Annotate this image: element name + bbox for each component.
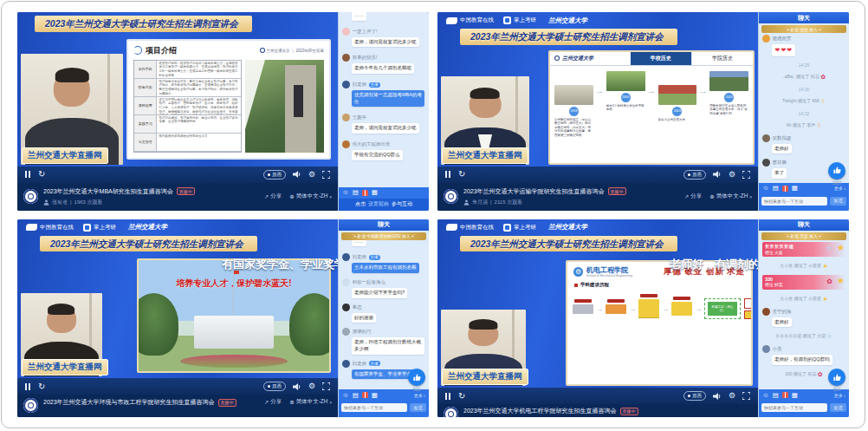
emoji-icon[interactable]: ☺ bbox=[762, 392, 769, 399]
username: 刘老师 bbox=[353, 82, 367, 88]
settings-gear-icon[interactable]: ⚙ bbox=[308, 382, 315, 390]
settings-gear-icon[interactable]: ⚙ bbox=[729, 171, 735, 179]
pause-button[interactable] bbox=[445, 171, 450, 178]
chat-input[interactable] bbox=[761, 403, 827, 412]
calendar-icon[interactable]: ▦ bbox=[372, 189, 378, 196]
join-interaction-button[interactable]: 点击 设置昵称 参与互动 bbox=[339, 199, 429, 211]
chat-message-list[interactable]: ……一定上岸了!老师，请问贵校复试比多少呢简单的快乐!老师今年有几个调剂名额呢刘… bbox=[339, 12, 429, 187]
username: 随遇而安 bbox=[773, 36, 792, 42]
share-icon: ↗ bbox=[264, 193, 269, 200]
quality-selector[interactable]: 原画 bbox=[263, 170, 286, 180]
chat-panel: 聊天 `+ 欢迎 中国教育在线0262 加入 +` ……刘老师主播土木水利市政工… bbox=[338, 219, 429, 418]
image-icon[interactable]: ▤ bbox=[773, 185, 779, 192]
calendar-icon[interactable]: ▦ bbox=[372, 392, 378, 399]
calendar-icon[interactable]: ▦ bbox=[792, 185, 798, 192]
chat-tab[interactable]: 聊天 bbox=[759, 12, 849, 23]
presenter-head bbox=[54, 71, 90, 107]
chat-message: 缥缈的巧老师，环境工程调剂分数线大概多少啊 bbox=[342, 328, 425, 354]
language-selector[interactable]: ⊕简体中文-ZH▾ bbox=[289, 398, 332, 406]
chat-message-list[interactable]: 随遇而安❤❤❤14:25..aBw.. 赠送了 鲜花 ✿14:30Twiligh… bbox=[759, 23, 849, 183]
chat-input[interactable] bbox=[341, 403, 407, 412]
more-button[interactable]: 更多 › bbox=[834, 393, 845, 398]
emoji-icon[interactable]: ☺ bbox=[342, 392, 349, 399]
image-icon[interactable]: ▤ bbox=[353, 189, 359, 196]
share-button[interactable]: ↗分享 bbox=[684, 193, 702, 200]
send-button[interactable]: 发送 bbox=[830, 197, 846, 206]
emoji-icon[interactable]: ☺ bbox=[762, 185, 769, 192]
quality-selector[interactable]: 原画 bbox=[683, 391, 706, 401]
like-button[interactable] bbox=[408, 369, 425, 386]
message-bubble: 老师能介绍下奖学金吗? bbox=[352, 288, 407, 298]
volume-icon[interactable] bbox=[713, 393, 722, 400]
language-selector[interactable]: ⊕简体中文-ZH▾ bbox=[709, 193, 752, 200]
star-icon: ★ bbox=[837, 276, 845, 285]
refresh-button[interactable]: ↻ bbox=[458, 170, 465, 179]
avatar bbox=[762, 345, 770, 353]
live-badge: 直播中 bbox=[620, 408, 638, 415]
zsky-logo-icon bbox=[503, 16, 511, 24]
quality-selector[interactable]: 原画 bbox=[683, 170, 706, 180]
language-selector[interactable]: ⊕简体中文-ZH▾ bbox=[289, 193, 332, 200]
refresh-button[interactable]: ↻ bbox=[38, 382, 45, 391]
message-bubble: 老师好，有调剂的QQ群吗 bbox=[772, 355, 832, 365]
refresh-button[interactable]: ↻ bbox=[458, 392, 465, 401]
like-button[interactable] bbox=[828, 162, 845, 180]
refresh-button[interactable]: ↻ bbox=[38, 170, 45, 179]
heart-icon: ❤ bbox=[787, 47, 793, 53]
fullscreen-icon[interactable] bbox=[742, 392, 750, 400]
chat-input[interactable] bbox=[761, 197, 827, 206]
star-icon: ★ bbox=[837, 243, 845, 252]
volume-icon[interactable] bbox=[713, 171, 722, 178]
image-icon[interactable]: ▤ bbox=[773, 392, 779, 399]
avatar bbox=[342, 54, 350, 62]
volume-icon[interactable] bbox=[293, 171, 301, 178]
pause-button[interactable] bbox=[445, 393, 450, 400]
send-button[interactable]: 发送 bbox=[410, 403, 426, 412]
timeline-caption: 国铁集团与甘肃省人民政府共建兰州交通大学，迈入“省部共建”高校行列 bbox=[709, 104, 748, 116]
gift-icon[interactable] bbox=[362, 392, 368, 398]
fullscreen-icon[interactable] bbox=[322, 171, 330, 179]
image-icon[interactable]: ▤ bbox=[353, 392, 359, 399]
username: 刘老师 bbox=[353, 361, 367, 367]
chat-tab[interactable]: 聊天 bbox=[759, 219, 849, 231]
gift-icon[interactable] bbox=[362, 190, 368, 196]
settings-gear-icon[interactable]: ⚙ bbox=[308, 171, 315, 179]
event-banner: 2023年兰州交通大学硕士研究生招生调剂宣讲会 bbox=[460, 236, 677, 252]
pause-button[interactable] bbox=[25, 383, 30, 390]
share-button[interactable]: ↗分享 bbox=[264, 193, 282, 200]
calendar-icon[interactable]: ▦ bbox=[792, 392, 798, 399]
more-button[interactable]: 更多 › bbox=[414, 393, 425, 398]
livestream-mechanical: 中国教育在线掌上考研兰州交通大学 2023年兰州交通大学硕士研究生招生调剂宣讲会… bbox=[437, 219, 849, 418]
message-bubble: 来了 bbox=[772, 168, 787, 179]
like-button[interactable] bbox=[828, 369, 845, 386]
timeline-caption: 更名为兰州交通大学 bbox=[658, 118, 697, 122]
settings-gear-icon[interactable]: ⚙ bbox=[729, 392, 735, 400]
chat-message: 随遇而安❤❤❤ bbox=[762, 35, 845, 56]
tree bbox=[137, 293, 178, 356]
like-count: 834 bbox=[828, 387, 845, 392]
quality-selector[interactable]: 原画 bbox=[263, 382, 286, 391]
campus-photo bbox=[245, 60, 324, 153]
more-button[interactable]: 更多 › bbox=[834, 186, 845, 191]
emoji-icon[interactable]: ☺ bbox=[342, 189, 349, 196]
volume-icon[interactable] bbox=[293, 383, 301, 390]
chat-message-list[interactable]: 长长长长长堤赠送 火箭✈★方小鱼 赠送了 小星星 ★330赠送 鲜花✿★方小鱼 … bbox=[759, 231, 849, 390]
row-label: 依托学科 bbox=[134, 61, 157, 78]
player-bar: ↻ 原画 ⚙ bbox=[437, 167, 758, 183]
gift-icon[interactable] bbox=[782, 186, 788, 192]
avatar bbox=[762, 134, 770, 142]
message-bubble: 老师，请问贵校复试比多少呢 bbox=[352, 123, 419, 134]
discipline-flowchart: → → → → 机械工程（博士点） bbox=[573, 298, 746, 319]
ceol-logo-icon bbox=[446, 224, 457, 231]
chat-message: 刘老师主播土木水利市政工程有调剂名额 bbox=[342, 253, 425, 273]
chat-message-list[interactable]: ……刘老师主播土木水利市政工程有调剂名额和你一起看海么老师能介绍下奖学金吗?单恋… bbox=[339, 231, 429, 390]
pause-button[interactable] bbox=[25, 171, 30, 178]
chat-tab[interactable]: 聊天 bbox=[339, 219, 429, 231]
send-button[interactable]: 发送 bbox=[830, 403, 846, 412]
stream-info-bar: 2023年兰州交通大学运输学院研究生招生直播咨询会 直播中 朱月清 | 2115… bbox=[437, 183, 758, 211]
gift-message: Ah 赠送了 掌声 ✌ bbox=[762, 122, 845, 129]
share-button[interactable]: ↗分享 bbox=[264, 398, 282, 406]
fullscreen-icon[interactable] bbox=[322, 382, 330, 390]
gift-icon[interactable] bbox=[782, 392, 788, 398]
fullscreen-icon[interactable] bbox=[742, 171, 750, 179]
